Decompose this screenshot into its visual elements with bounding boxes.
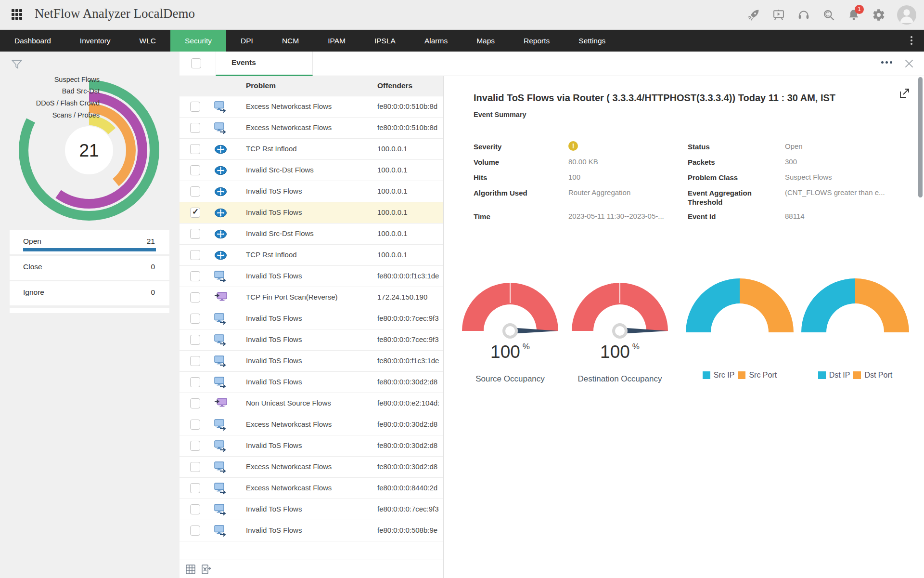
tab-events[interactable]: Events xyxy=(216,52,313,76)
row-checkbox[interactable] xyxy=(190,144,200,154)
settings-gear-icon[interactable] xyxy=(872,8,886,22)
close-icon[interactable] xyxy=(903,57,915,70)
getting-started-rocket-icon[interactable] xyxy=(747,8,760,22)
row-checkbox[interactable] xyxy=(190,398,200,408)
row-checkbox[interactable] xyxy=(190,271,200,281)
notifications-bell-icon[interactable]: 1 xyxy=(847,8,860,22)
row-checkbox[interactable] xyxy=(190,123,200,133)
table-row[interactable]: Excess Networkcast Flows fe80:0:0:0:510b… xyxy=(180,118,443,139)
dst-ip-swatch xyxy=(818,371,826,379)
offender-cell: fe80:0:0:0:7cec:9f3 xyxy=(377,505,442,513)
status-row[interactable]: Ignore 0 xyxy=(10,281,169,305)
src-ip-label: Src IP xyxy=(714,371,735,380)
table-row[interactable]: TCP Fin Port Scan(Reverse) 172.24.150.19… xyxy=(180,287,443,308)
row-checkbox[interactable] xyxy=(190,186,200,197)
nav-item[interactable]: Dashboard xyxy=(0,30,65,52)
row-checkbox[interactable] xyxy=(190,165,200,175)
nav-item[interactable]: Alarms xyxy=(410,30,462,52)
app-title: NetFlow Analyzer LocalDemo xyxy=(35,6,195,21)
table-row[interactable]: Invalid ToS Flows fe80:0:0:0:7cec:9f3 xyxy=(180,329,443,351)
row-checkbox[interactable] xyxy=(190,525,200,536)
row-checkbox[interactable] xyxy=(190,483,200,493)
nav-item[interactable]: Inventory xyxy=(65,30,125,52)
table-row[interactable]: Invalid ToS Flows 100.0.0.1 xyxy=(180,202,443,223)
status-row[interactable]: Open 21 xyxy=(10,230,169,254)
row-checkbox[interactable] xyxy=(190,504,200,514)
table-row[interactable]: Invalid Src-Dst Flows 100.0.0.1 xyxy=(180,223,443,245)
table-row[interactable]: Excess Networkcast Flows fe80:0:0:0:8440… xyxy=(180,478,443,499)
offender-cell: fe80:0:0:0:f1c3:1de xyxy=(377,356,442,365)
search-icon[interactable] xyxy=(822,8,835,22)
row-checkbox[interactable] xyxy=(190,420,200,430)
table-row[interactable]: Non Unicast Source Flows fe80:0:0:0:e2:1… xyxy=(180,393,443,414)
row-checkbox[interactable] xyxy=(190,441,200,451)
table-row[interactable]: Invalid ToS Flows fe80:0:0:0:f1c3:1de xyxy=(180,351,443,372)
ring-legend-label: Bad Src-Dst xyxy=(62,87,100,95)
row-checkbox[interactable] xyxy=(190,377,200,387)
table-row[interactable]: Excess Networkcast Flows fe80:0:0:0:30d2… xyxy=(180,414,443,435)
table-row[interactable]: Invalid ToS Flows fe80:0:0:0:30d2:d8 xyxy=(180,372,443,393)
offender-cell: 100.0.0.1 xyxy=(377,229,442,237)
field-value-event-id: 88114 xyxy=(785,212,891,220)
table-row[interactable]: TCP Rst Inflood 100.0.0.1 xyxy=(180,139,443,160)
select-all-checkbox[interactable] xyxy=(191,58,201,68)
row-checkbox[interactable] xyxy=(190,292,200,302)
nav-item[interactable]: WLC xyxy=(125,30,170,52)
row-checkbox[interactable] xyxy=(190,250,200,260)
row-checkbox[interactable] xyxy=(190,314,200,324)
nav-item[interactable]: IPSLA xyxy=(360,30,410,52)
row-checkbox[interactable] xyxy=(190,102,200,112)
topbar: NetFlow Analyzer LocalDemo 1 xyxy=(0,0,924,30)
src-donut-legend: Src IP Src Port xyxy=(684,371,795,380)
offender-cell: 100.0.0.1 xyxy=(377,208,442,216)
problem-cell: Excess Networkcast Flows xyxy=(246,420,332,428)
table-row[interactable]: Invalid ToS Flows fe80:0:0:0:508b:9e xyxy=(180,520,443,541)
field-label-event-aggregation-threshold: Event Aggregation Threshold xyxy=(688,188,779,207)
nav-more-icon[interactable] xyxy=(905,34,918,47)
expand-icon[interactable] xyxy=(898,88,910,99)
row-checkbox[interactable] xyxy=(190,335,200,345)
table-view-icon[interactable] xyxy=(185,564,196,575)
nav-item[interactable]: NCM xyxy=(268,30,313,52)
status-row[interactable]: Close 0 xyxy=(10,256,169,280)
problem-cell: Non Unicast Source Flows xyxy=(246,399,331,407)
field-label-status: Status xyxy=(688,142,779,151)
offender-cell: fe80:0:0:0:30d2:d8 xyxy=(377,441,442,449)
event-type-icon-wrap xyxy=(214,144,227,156)
row-checkbox[interactable] xyxy=(190,356,200,366)
nav-item[interactable]: Reports xyxy=(509,30,564,52)
table-row[interactable]: Excess Networkcast Flows fe80:0:0:0:30d2… xyxy=(180,457,443,478)
table-row[interactable]: Invalid ToS Flows fe80:0:0:0:7cec:9f3 xyxy=(180,308,443,329)
table-row[interactable]: Invalid ToS Flows fe80:0:0:0:7cec:9f3 xyxy=(180,499,443,520)
row-checkbox[interactable] xyxy=(190,462,200,472)
row-checkbox[interactable] xyxy=(190,229,200,239)
table-row[interactable]: TCP Rst Inflood 100.0.0.1 xyxy=(180,245,443,266)
nav-item[interactable]: IPAM xyxy=(313,30,360,52)
table-row[interactable]: Invalid ToS Flows 100.0.0.1 xyxy=(180,181,443,202)
problem-cell: Excess Networkcast Flows xyxy=(246,462,332,471)
dst-ip-port-donut xyxy=(800,277,911,333)
table-row[interactable]: Invalid ToS Flows fe80:0:0:0:f1c3:1de xyxy=(180,266,443,287)
event-type-icon-wrap xyxy=(214,483,227,495)
table-row[interactable]: Excess Networkcast Flows fe80:0:0:0:510b… xyxy=(180,96,443,118)
nav-item[interactable]: Settings xyxy=(564,30,620,52)
ring-legend: Suspect FlowsBad Src-DstDDoS / Flash Cro… xyxy=(0,52,100,196)
field-label-volume: Volume xyxy=(474,158,563,167)
events-table-header: Problem Offenders xyxy=(180,76,443,96)
detail-scrollbar[interactable] xyxy=(918,77,923,197)
table-row[interactable]: Invalid Src-Dst Flows 100.0.0.1 xyxy=(180,160,443,181)
nav-item[interactable]: Maps xyxy=(462,30,509,52)
demo-video-icon[interactable] xyxy=(772,8,785,22)
nav-item[interactable]: Security xyxy=(170,30,226,52)
more-options-icon[interactable] xyxy=(881,61,892,64)
event-status-summary: Open 21 Close 0 Ignore 0 xyxy=(10,230,169,307)
support-headset-icon[interactable] xyxy=(797,8,810,22)
app-launcher-icon[interactable] xyxy=(12,9,23,21)
nav-item[interactable]: DPI xyxy=(226,30,268,52)
event-type-icon-wrap xyxy=(214,122,227,134)
row-checkbox[interactable] xyxy=(190,208,200,218)
user-avatar[interactable] xyxy=(897,5,916,25)
table-row[interactable]: Invalid ToS Flows fe80:0:0:0:30d2:d8 xyxy=(180,435,443,457)
export-excel-icon[interactable] xyxy=(201,564,211,575)
field-label-severity: Severity xyxy=(474,142,563,151)
